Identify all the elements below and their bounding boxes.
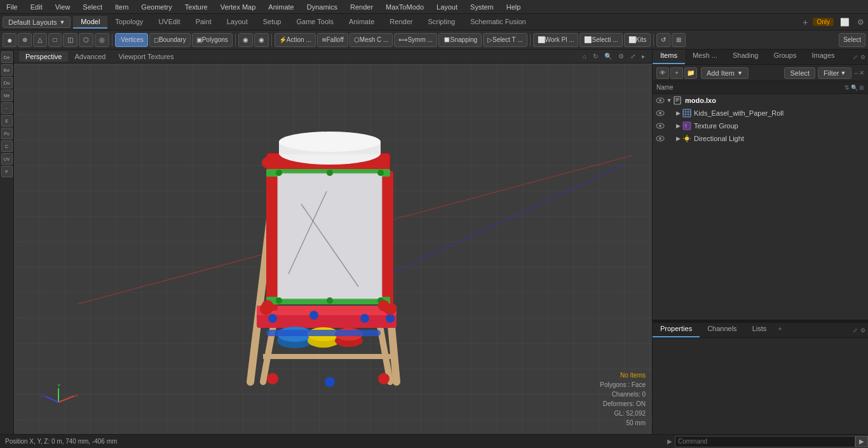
tool-select-t[interactable]: ▷ Select T ...	[483, 33, 527, 47]
tool-select-mode[interactable]: ●	[3, 33, 17, 47]
sidebar-tool-8[interactable]: C	[1, 140, 13, 152]
item-expand-texture[interactable]: ▶	[674, 122, 682, 130]
command-arrow-button[interactable]: ▶	[665, 438, 675, 445]
tool-selecti[interactable]: ⬜ Selecti ...	[580, 33, 622, 47]
layout-dropdown[interactable]: Default Layouts ▼	[3, 17, 71, 28]
list-item-modo-lxo[interactable]: ▼ modo.lxo	[653, 94, 868, 107]
sidebar-tool-5[interactable]: ···	[1, 102, 13, 114]
tool-rect[interactable]: ◫	[63, 33, 78, 47]
command-run-button[interactable]: ▶	[855, 436, 868, 447]
sidebar-tool-7[interactable]: Po	[1, 128, 13, 139]
panel-sort-icon[interactable]: ⇅	[844, 85, 850, 91]
list-item-directional-light[interactable]: ▶ Directional Light	[653, 132, 868, 145]
panel-toolbar-eye[interactable]: 👁	[656, 67, 669, 79]
viewport-more-button[interactable]: ▸	[640, 52, 647, 60]
list-item-kids-easel[interactable]: ▶ Kids_Easel_with_Paper_Roll	[653, 107, 868, 119]
sidebar-tool-6[interactable]: E	[1, 115, 13, 126]
menu-view[interactable]: View	[49, 2, 77, 12]
menu-dynamics[interactable]: Dynamics	[301, 2, 344, 12]
add-item-button[interactable]: Add Item ▼	[701, 67, 749, 79]
panel-tab-images[interactable]: Images	[804, 50, 842, 64]
panel-toolbar-add[interactable]: +	[670, 67, 683, 79]
tool-action[interactable]: ⚡ Action ...	[275, 33, 316, 47]
sidebar-tool-2[interactable]: Be	[1, 64, 13, 76]
item-expand-easel[interactable]: ▶	[674, 109, 682, 117]
menu-item[interactable]: Item	[109, 2, 135, 12]
panel-options-icon[interactable]: ⊞	[859, 85, 864, 91]
tool-select-right[interactable]: Select	[839, 33, 865, 47]
tab-layout[interactable]: Layout	[219, 16, 255, 29]
panel-toolbar-folder[interactable]: 📁	[684, 67, 697, 79]
tool-work-pl[interactable]: ⬜ Work Pl ...	[533, 33, 579, 47]
tab-game-tools[interactable]: Game Tools	[288, 16, 341, 29]
layout-expand-button[interactable]: ⬜	[836, 17, 853, 28]
layout-settings-button[interactable]: ⚙	[853, 17, 868, 28]
viewport-expand-button[interactable]: ⤢	[628, 52, 637, 60]
prop-tab-channels[interactable]: Channels	[700, 323, 744, 337]
menu-texture[interactable]: Texture	[179, 2, 214, 12]
panel-expand-icon[interactable]: ⤢	[853, 54, 858, 60]
item-visibility-easel[interactable]	[655, 108, 665, 118]
filter-button[interactable]: Filter ▼	[818, 67, 851, 79]
tool-hex[interactable]: ⬡	[79, 33, 93, 47]
tool-square[interactable]: □	[48, 33, 61, 47]
tool-boundary[interactable]: ◻ Boundary	[149, 33, 191, 47]
panel-minus-button[interactable]: –	[854, 69, 858, 76]
tool-vertices[interactable]: · Vertices	[115, 33, 148, 47]
prop-tab-lists[interactable]: Lists	[745, 323, 775, 337]
command-input[interactable]	[675, 436, 855, 447]
panel-close-button[interactable]: ✕	[859, 69, 864, 76]
tool-snapping[interactable]: 🔲 Snapping	[438, 33, 482, 47]
panel-tab-items[interactable]: Items	[653, 50, 685, 64]
prop-expand-icon[interactable]: ⤢	[853, 327, 858, 334]
tool-triangle[interactable]: △	[33, 33, 47, 47]
tool-grid[interactable]: ⊞	[672, 33, 686, 47]
tab-scripting[interactable]: Scripting	[420, 16, 463, 29]
menu-system[interactable]: System	[464, 2, 500, 12]
sidebar-tool-3[interactable]: Du	[1, 77, 13, 88]
list-item-texture-group[interactable]: ▶ T Texture Group	[653, 119, 868, 132]
viewport-rotate-button[interactable]: ↻	[591, 52, 600, 60]
menu-animate[interactable]: Animate	[262, 2, 300, 12]
viewport-tab-advanced[interactable]: Advanced	[68, 51, 112, 62]
viewport-zoom-button[interactable]: 🔍	[602, 52, 614, 60]
tab-paint[interactable]: Paint	[188, 16, 219, 29]
sidebar-tool-9[interactable]: UV	[1, 153, 13, 165]
viewport-tab-textures[interactable]: Viewport Textures	[112, 51, 180, 62]
viewport-home-button[interactable]: ⌂	[581, 52, 588, 60]
tool-symm[interactable]: ⟺ Symm ...	[394, 33, 437, 47]
item-visibility-light[interactable]	[655, 133, 665, 144]
prop-settings-icon[interactable]: ⚙	[860, 327, 865, 334]
viewport-settings-button[interactable]: ⚙	[616, 52, 626, 60]
menu-render[interactable]: Render	[344, 2, 379, 12]
item-expand-modo[interactable]: ▼	[665, 97, 673, 104]
panel-filter-icon[interactable]: 🔍	[851, 85, 858, 91]
menu-edit[interactable]: Edit	[24, 2, 49, 12]
tool-mesh-display-2[interactable]: ◉	[254, 33, 269, 47]
prop-tab-add-button[interactable]: +	[774, 323, 785, 337]
tool-polygons[interactable]: ▣ Polygons	[192, 33, 233, 47]
menu-select[interactable]: Select	[76, 2, 109, 12]
panel-settings-icon[interactable]: ⚙	[860, 54, 865, 60]
tab-model[interactable]: Model	[73, 16, 107, 29]
select-button[interactable]: Select	[784, 67, 815, 79]
menu-geometry[interactable]: Geometry	[135, 2, 178, 12]
tab-topology[interactable]: Topology	[107, 16, 151, 29]
viewport-canvas[interactable]: X Y Z No Items Polygons : Face Channels:…	[14, 64, 652, 434]
menu-maxtomodo[interactable]: MaxToModo	[379, 2, 430, 12]
menu-file[interactable]: File	[0, 2, 24, 12]
tab-uvedit[interactable]: UVEdit	[151, 16, 187, 29]
viewport-tab-perspective[interactable]: Perspective	[19, 51, 68, 62]
tool-crosshair[interactable]: ⊕	[18, 33, 32, 47]
menu-vertex-map[interactable]: Vertex Map	[214, 2, 262, 12]
item-visibility-modo[interactable]	[655, 95, 665, 105]
tab-render[interactable]: Render	[382, 16, 420, 29]
tool-mesh-display-1[interactable]: ◉	[238, 33, 253, 47]
sidebar-tool-10[interactable]: P	[1, 166, 13, 177]
tool-mesh-c[interactable]: ⬡ Mesh C ...	[349, 33, 393, 47]
sidebar-tool-4[interactable]: Me	[1, 90, 13, 101]
add-layout-button[interactable]: +	[797, 16, 813, 29]
tool-falloff[interactable]: ≋ Falloff	[317, 33, 348, 47]
tool-circle[interactable]: ◎	[95, 33, 109, 47]
menu-layout[interactable]: Layout	[430, 2, 464, 12]
